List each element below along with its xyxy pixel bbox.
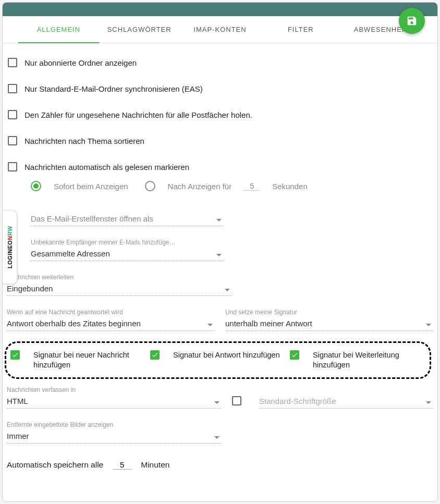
- sig-new-label: Signatur bei neuer Nachricht hinzufügen: [33, 350, 146, 370]
- compose-fmt-select[interactable]: HTML: [7, 395, 222, 409]
- compose-open-placeholder: Das E-Mail-Erstellfenster öffnen als: [31, 214, 153, 223]
- sigplace-label: Und setze meine Signatur: [225, 309, 433, 316]
- thread-label: Nachrichten nach Thema sortieren: [25, 137, 144, 145]
- counter-checkbox[interactable]: [8, 110, 17, 119]
- standard-checkbox[interactable]: [8, 84, 17, 93]
- autosave-unit: Minuten: [141, 460, 169, 470]
- tab-bar: ALLGEMEIN SCHLAGWÖRTER IMAP-KONTEN FILTE…: [3, 16, 437, 43]
- chevron-down-icon: [225, 289, 230, 291]
- tab-imap-konten[interactable]: IMAP-KONTEN: [180, 16, 261, 43]
- chevron-down-icon: [216, 219, 222, 222]
- standard-label: Nur Standard-E-Mail-Ordner synchronisier…: [25, 84, 203, 93]
- sig-new-checkbox[interactable]: [10, 350, 20, 360]
- subscribed-checkbox[interactable]: [8, 58, 17, 67]
- chevron-down-icon: [207, 324, 213, 326]
- chevron-down-icon: [216, 254, 222, 256]
- panel-header: [3, 3, 437, 16]
- fontsize-placeholder: Standard-Schriftgröße: [259, 397, 336, 405]
- option-counter-row: Den Zähler für ungesehene Nachrichten fü…: [7, 110, 433, 119]
- tab-filter[interactable]: FILTER: [260, 16, 341, 43]
- forward-select[interactable]: Eingebunden: [7, 282, 232, 296]
- reply-value: Antwort oberhalb des Zitates beginnen: [7, 319, 141, 328]
- forward-value: Eingebunden: [7, 284, 53, 293]
- forward-group: Nachrichten weiterleiten Eingebunden: [7, 274, 433, 296]
- unknown-recip-label: Unbekannte Empfänger meiner E-Mails hinz…: [31, 239, 433, 246]
- reply-label: Wenn auf eine Nachricht geantwortet wird: [7, 309, 215, 316]
- seconds-input[interactable]: [244, 181, 260, 191]
- radio-after-label: Nach Anzeigen für: [168, 182, 232, 191]
- chevron-down-icon: [214, 436, 219, 439]
- compose-open-group: Das E-Mail-Erstellfenster öffnen als: [31, 212, 433, 226]
- sig-fwd-label: Signatur bei Weiterleitung hinzufügen: [313, 350, 425, 370]
- compose-fmt-label: Nachrichten verfassen in: [7, 386, 222, 394]
- compose-fmt-group: Nachrichten verfassen in HTML: [7, 386, 222, 409]
- save-fab-button[interactable]: [399, 8, 425, 34]
- signature-highlight-box: Signatur bei neuer Nachricht hinzufügen …: [5, 341, 431, 379]
- option-subscribed-row: Nur abonnierte Ordner anzeigen: [7, 58, 433, 67]
- counter-label: Den Zähler für ungesehene Nachrichten fü…: [25, 110, 252, 119]
- compose-fmt-value: HTML: [7, 397, 28, 405]
- option-autoread-row: Nachrichten automatisch als gelesen mark…: [7, 162, 433, 171]
- remote-img-value: Immer: [7, 432, 29, 440]
- remote-img-select[interactable]: Immer: [7, 429, 222, 444]
- sigplace-col: Und setze meine Signatur unterhalb meine…: [225, 309, 433, 331]
- unknown-recip-group: Unbekannte Empfänger meiner E-Mails hinz…: [31, 239, 433, 261]
- compose-open-select[interactable]: Das E-Mail-Erstellfenster öffnen als: [31, 212, 224, 226]
- fontsize-select[interactable]: Standard-Schriftgröße: [259, 395, 433, 409]
- fontsize-checkbox[interactable]: [232, 396, 241, 405]
- compose-format-row: Nachrichten verfassen in HTML Standard-S…: [7, 386, 433, 409]
- autoread-label: Nachrichten automatisch als gelesen mark…: [25, 163, 189, 171]
- chevron-down-icon: [426, 324, 431, 326]
- remote-img-group: Entfernte eingebettete Bilder anzeigen I…: [7, 421, 433, 444]
- reply-select[interactable]: Antwort oberhalb des Zitates beginnen: [7, 317, 215, 331]
- sigplace-value: unterhalb meiner Antwort: [225, 319, 312, 328]
- thread-checkbox[interactable]: [8, 136, 17, 145]
- content-area: Nur abonnierte Ordner anzeigen Nur Stand…: [3, 43, 437, 474]
- autosave-input[interactable]: [113, 460, 131, 470]
- option-standard-row: Nur Standard-E-Mail-Ordner synchronisier…: [7, 84, 433, 93]
- autoread-radio-group: Sofort beim Anzeigen Nach Anzeigen für S…: [31, 181, 433, 191]
- unknown-recip-select[interactable]: Gesammelte Adressen: [31, 247, 224, 261]
- settings-panel: ALLGEMEIN SCHLAGWÖRTER IMAP-KONTEN FILTE…: [2, 2, 438, 502]
- reply-signature-columns: Wenn auf eine Nachricht geantwortet wird…: [7, 309, 433, 331]
- radio-after[interactable]: [145, 181, 155, 191]
- radio-immediate-label: Sofort beim Anzeigen: [54, 182, 128, 191]
- unknown-recip-value: Gesammelte Adressen: [31, 249, 110, 258]
- remote-img-label: Entfernte eingebettete Bilder anzeigen: [7, 421, 433, 428]
- save-icon: [406, 15, 418, 27]
- reply-col: Wenn auf eine Nachricht geantwortet wird…: [7, 309, 215, 331]
- tab-allgemein[interactable]: ALLGEMEIN: [18, 16, 99, 43]
- chevron-down-icon: [426, 401, 431, 404]
- autoread-checkbox[interactable]: [8, 162, 17, 171]
- sig-reply-item: Signatur bei Antwort hinzufügen: [150, 350, 286, 370]
- forward-label: Nachrichten weiterleiten: [7, 274, 433, 281]
- sig-new-item: Signatur bei neuer Nachricht hinzufügen: [10, 350, 146, 370]
- autosave-label: Automatisch speichern alle: [7, 460, 103, 470]
- sigplace-select[interactable]: unterhalb meiner Antwort: [225, 317, 433, 331]
- logineo-side-tab[interactable]: LOGINEONRW: [3, 210, 17, 284]
- logineo-logo-text: LOGINEONRW: [7, 226, 13, 268]
- seconds-unit: Sekunden: [272, 182, 308, 191]
- sig-fwd-checkbox[interactable]: [290, 350, 299, 360]
- tab-schlagwoerter[interactable]: SCHLAGWÖRTER: [99, 16, 180, 43]
- option-thread-row: Nachrichten nach Thema sortieren: [7, 136, 433, 145]
- autosave-row: Automatisch speichern alle Minuten: [7, 460, 433, 470]
- sig-reply-label: Signatur bei Antwort hinzufügen: [173, 350, 280, 360]
- radio-immediate[interactable]: [31, 181, 41, 191]
- sig-fwd-item: Signatur bei Weiterleitung hinzufügen: [290, 350, 425, 370]
- subscribed-label: Nur abonnierte Ordner anzeigen: [25, 58, 137, 67]
- sig-reply-checkbox[interactable]: [150, 350, 160, 360]
- chevron-down-icon: [214, 401, 219, 404]
